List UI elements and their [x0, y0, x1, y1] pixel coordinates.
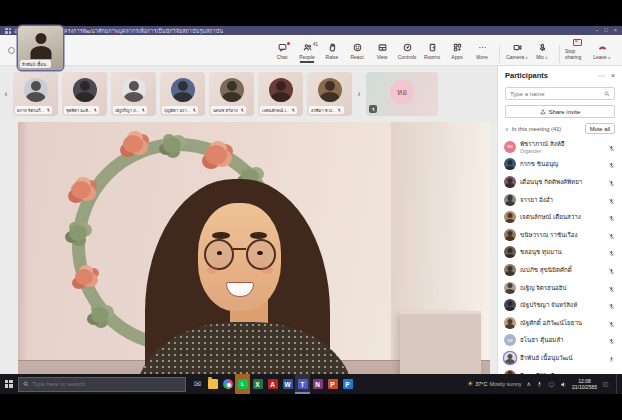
participant-row[interactable]: ณัฐปรัชญา จันทร์สิงห์ [504, 296, 616, 314]
view-button[interactable]: View [370, 41, 394, 63]
scroll-right-icon[interactable]: › [355, 89, 363, 99]
file-explorer-icon[interactable] [205, 374, 220, 394]
weather-widget[interactable]: ☀ 37°C Mostly sunny [467, 380, 522, 388]
powerpoint-icon[interactable]: P [325, 374, 340, 394]
onenote-icon[interactable]: N [310, 374, 325, 394]
share-invite-button[interactable]: Share invite [505, 105, 615, 118]
participant-tile[interactable]: ชุตสิตา มะลิ... [62, 72, 107, 116]
taskbar-search-input[interactable] [32, 381, 181, 387]
mic-muted-icon[interactable] [608, 208, 615, 226]
chat-button[interactable]: Chat [270, 41, 294, 63]
participant-tile[interactable]: นคมช ทวีลาภ [209, 72, 254, 116]
mail-icon[interactable]: ✉ [190, 374, 205, 394]
search-input[interactable] [510, 91, 602, 97]
participant-tile[interactable]: เจตนลักษณ์ เ... [258, 72, 303, 116]
mic-muted-icon[interactable] [608, 226, 615, 244]
network-icon[interactable] [548, 381, 555, 388]
panel-close-button[interactable]: × [611, 72, 615, 79]
start-button[interactable] [0, 374, 18, 394]
chat-badge-dot [287, 42, 290, 45]
mic-muted-icon[interactable] [608, 243, 615, 261]
avatar [504, 194, 516, 206]
panel-more-button[interactable]: ⋯ [598, 72, 605, 79]
participant-row[interactable]: เดือนนุช กิตติพงศ์พิทยา [504, 173, 616, 191]
teams-icon[interactable]: T [295, 374, 310, 394]
participant-row[interactable]: ธต ธโนธร ตุ้นอมลำ [504, 332, 616, 350]
participant-row[interactable]: พส พัชราภรณ์ สิงห์ธี Organizer [504, 138, 616, 156]
section-label: In this meeting (41) [512, 126, 562, 132]
avatar [269, 78, 293, 102]
participant-tile[interactable]: อรพิมา ช่วง... [307, 72, 352, 116]
participant-row[interactable]: จรรยา อิ่งอ่ำ [504, 191, 616, 209]
tray-expand-icon[interactable]: ∧ [527, 381, 531, 387]
more-button[interactable]: More [470, 41, 494, 63]
participant-row[interactable]: ณฐิญ จิตรธนอธิป [504, 279, 616, 297]
self-avatar-initials: หอ [390, 79, 415, 104]
teams-app-icon [5, 28, 11, 34]
chrome-icon[interactable] [220, 374, 235, 394]
participant-tile[interactable]: บุญมิตา นรา... [160, 72, 205, 116]
participant-tile[interactable]: ธีรพันธ์ เนื้อน... [18, 26, 63, 70]
minimize-button[interactable]: – [595, 28, 598, 34]
photos-icon[interactable]: P [340, 374, 355, 394]
section-chevron-icon[interactable]: ∨ [505, 126, 509, 132]
close-button[interactable]: × [614, 28, 617, 34]
acrobat-icon[interactable]: A [265, 374, 280, 394]
participant-name: ธโนธร ตุ้นอมลำ [520, 335, 604, 345]
participant-search[interactable] [505, 87, 615, 100]
self-video-tile[interactable]: หอ [366, 72, 438, 116]
avatar [504, 299, 516, 311]
meeting-title: อบรมเชิงปฏิบัติการ โครงการพัฒนาศักยภาพบุ… [14, 27, 592, 35]
mic-muted-icon[interactable] [608, 314, 615, 332]
mic-button[interactable]: Mic∨ [530, 41, 554, 63]
line-icon[interactable]: L [235, 374, 250, 394]
participant-row[interactable]: ธีรพันธ์ เนื้อนุ่มวัฒน์ [504, 349, 616, 367]
taskbar-clock[interactable]: 12:08 21/10/2565 [572, 378, 597, 391]
stop-sharing-button[interactable]: Stop sharing [565, 37, 589, 63]
mic-muted-icon[interactable] [608, 155, 615, 173]
participant-row[interactable]: ชลอนุช ทุมมาน [504, 244, 616, 262]
maximize-button[interactable]: □ [604, 28, 607, 34]
volume-icon[interactable] [560, 381, 567, 388]
tile-name-label: ธีรพันธ์ เนื้อน... [22, 61, 49, 68]
taskbar-search[interactable] [18, 377, 186, 392]
share-icon [540, 109, 546, 115]
rooms-button[interactable]: Rooms [420, 41, 444, 63]
mic-muted-icon[interactable] [608, 261, 615, 279]
participant-row[interactable]: เจตนลักษณ์ เตียนสว่าง [504, 208, 616, 226]
participant-row[interactable]: ณปภัช สุขนิมิตศักดิ์ [504, 261, 616, 279]
people-button[interactable]: 41 People [295, 41, 319, 63]
camera-button[interactable]: Camera∨ [505, 41, 529, 63]
action-center-icon[interactable] [602, 381, 609, 388]
mic-on-icon[interactable] [608, 349, 615, 367]
mic-muted-icon[interactable] [608, 279, 615, 297]
mic-muted-icon[interactable] [608, 173, 615, 191]
participant-tile[interactable]: ณัฐปรีญา ภ... [111, 72, 156, 116]
apps-button[interactable]: Apps [445, 41, 469, 63]
mic-muted-icon[interactable] [608, 331, 615, 349]
mic-muted-icon[interactable] [608, 191, 615, 209]
controls-button[interactable]: Controls [395, 41, 419, 63]
mute-all-button[interactable]: Mute all [585, 123, 615, 134]
mic-muted-icon[interactable] [608, 296, 615, 314]
mic-muted-icon[interactable] [608, 138, 615, 156]
raise-button[interactable]: Raise [320, 41, 344, 63]
word-icon[interactable]: W [280, 374, 295, 394]
avatar [220, 78, 244, 102]
meeting-info-icon[interactable] [8, 47, 15, 54]
participant-row[interactable]: ณัฐศักดิ์ อภิวัฒน์โยธาน [504, 314, 616, 332]
speaker-person [18, 122, 490, 392]
avatar [504, 317, 516, 329]
participant-row[interactable]: กรกช ชินอนุญ [504, 156, 616, 174]
tray-mic-icon[interactable] [536, 381, 543, 388]
scroll-left-icon[interactable]: ‹ [2, 89, 10, 99]
mic-muted-icon [291, 108, 296, 113]
leave-button[interactable]: Leave∨ [590, 41, 614, 63]
react-button[interactable]: React [345, 41, 369, 63]
participant-tile[interactable]: ผกาย จิตรแก้... [13, 72, 58, 116]
participant-row[interactable]: ขนิษวรรณ ราชันเรือง [504, 226, 616, 244]
excel-icon[interactable]: X [250, 374, 265, 394]
tile-name-label: อรพิมา ช่วง... [311, 107, 336, 114]
main-speaker-video[interactable]: Namkang Sriwattananothai (Unverified) [18, 122, 490, 392]
show-desktop-button[interactable] [616, 374, 619, 394]
